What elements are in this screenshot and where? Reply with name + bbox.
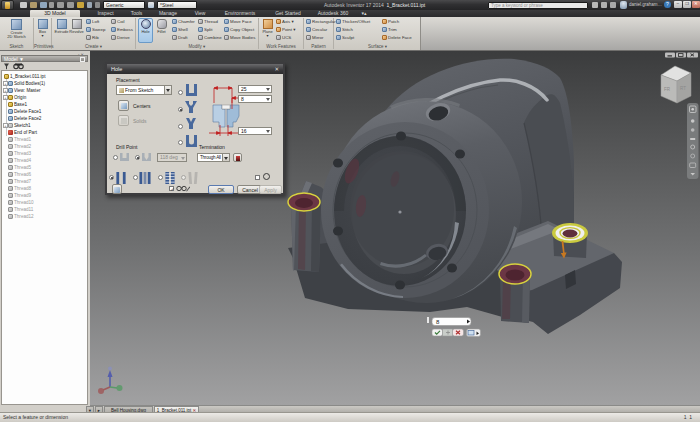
svg-text:RT: RT	[680, 86, 686, 91]
svg-text:FR: FR	[664, 87, 671, 92]
